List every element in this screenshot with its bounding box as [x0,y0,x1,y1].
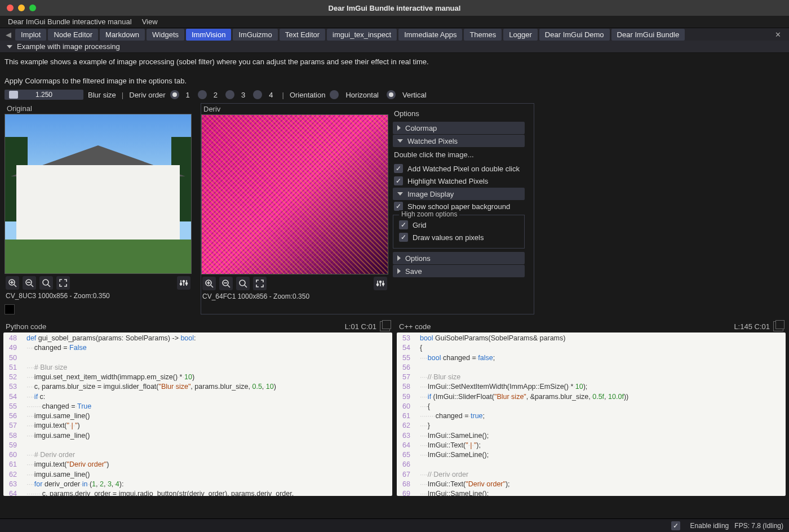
tabbar: ◀ Implot Node Editor Markdown Widgets Im… [0,28,789,41]
svg-line-23 [245,285,247,287]
window-title: Dear ImGui Bundle interactive manual [329,4,461,12]
deriv-image-panel: Deriv CV_64FC1 1000x856 - Zoom:0.350 Opt… [201,103,534,314]
cursor-pos: L:145 C:01 [734,322,770,331]
zoom-reset-icon[interactable] [236,277,250,290]
checkbox-add-watched[interactable] [394,164,403,173]
options-panel: Options Colormap Watched Pixels Double c… [388,104,529,309]
image-display-section[interactable]: Image Display [393,188,525,200]
options-header: Options [393,106,525,121]
image-title: Original [5,103,192,114]
cpp-code-header: C++ code [399,322,431,331]
python-code-editor[interactable]: 48 def·gui_sobel_params(params:·SobelPar… [3,333,392,496]
cursor-pos: L:01 C:01 [345,322,376,331]
high-zoom-fieldset: High zoom options Grid Draw values on pi… [393,215,525,249]
svg-point-7 [43,280,48,285]
tab-node-editor[interactable]: Node Editor [48,29,98,41]
tab-themes[interactable]: Themes [464,29,502,41]
menu-item[interactable]: Dear ImGui Bundle interactive manual [8,17,132,26]
tab-scroll-icon[interactable]: ◀ [3,28,14,41]
fps-label: FPS: 7.8 (Idling) [734,522,783,530]
status-bar: Enable idling FPS: 7.8 (Idling) [0,518,789,532]
tab-close-icon[interactable]: ✕ [770,28,786,41]
cpp-code-editor[interactable]: 53 bool·GuiSobelParams(SobelParams&·para… [397,333,786,496]
deriv-image[interactable] [201,114,388,274]
separator: | [281,91,285,99]
zoom-in-icon[interactable] [202,277,216,290]
tab-widgets[interactable]: Widgets [147,29,184,41]
checkbox-paper-bg[interactable] [394,202,403,211]
original-image[interactable] [5,114,192,274]
zoom-reset-icon[interactable] [39,276,53,290]
settings-sliders-icon[interactable] [177,276,190,290]
max-dot[interactable] [29,5,36,11]
tab-imguizmo[interactable]: ImGuizmo [233,29,277,41]
idling-label: Enable idling [690,522,729,530]
radio-horizontal[interactable] [330,90,339,99]
tab-text-editor[interactable]: Text Editor [280,29,325,41]
zoom-out-icon[interactable] [23,276,36,290]
save-section[interactable]: Save [393,265,525,277]
checkbox-enable-idling[interactable] [671,521,680,530]
close-dot[interactable] [7,5,14,11]
tab-immediate-apps[interactable]: Immediate Apps [398,29,462,41]
svg-line-8 [48,285,50,287]
color-swatch[interactable] [5,304,15,314]
python-code-header: Python code [6,322,46,331]
colormap-section[interactable]: Colormap [393,122,525,134]
window-controls[interactable] [0,5,36,11]
tab-logger[interactable]: Logger [503,29,537,41]
tab-demo[interactable]: Dear ImGui Demo [539,29,610,41]
radio-1[interactable] [170,90,179,99]
tab-tex-inspect[interactable]: imgui_tex_inspect [327,29,397,41]
chevron-right-icon [397,268,401,274]
fieldset-legend: High zoom options [399,210,459,218]
checkbox-pixel-values[interactable] [399,233,408,242]
chevron-down-icon [7,45,12,48]
checkbox-grid[interactable] [399,220,408,229]
image-title: Deriv [201,104,388,114]
description: This example shows a example of image pr… [5,56,784,68]
options-section[interactable]: Options [393,252,525,264]
chevron-down-icon [397,192,403,196]
zoom-in-icon[interactable] [6,276,19,290]
blur-size-slider[interactable]: 1.250 [5,90,83,100]
svg-point-22 [240,280,245,286]
svg-point-29 [383,283,384,285]
min-dot[interactable] [18,5,25,11]
tab-implot[interactable]: Implot [15,29,46,41]
svg-point-13 [183,281,185,282]
fullscreen-icon[interactable] [56,276,70,290]
svg-line-1 [14,285,16,287]
chevron-right-icon [397,255,401,261]
slider-value: 1.250 [5,91,83,99]
radio-4[interactable] [253,90,262,99]
radio-3[interactable] [225,90,234,99]
tab-markdown[interactable]: Markdown [100,29,145,41]
fullscreen-icon[interactable] [253,277,267,290]
settings-sliders-icon[interactable] [374,277,387,290]
image-info: CV_8UC3 1000x856 - Zoom:0.350 [5,290,192,302]
original-image-panel: Original CV_8UC3 1000x856 - Zoom:0.350 [5,103,192,314]
svg-point-12 [180,283,182,285]
watched-section[interactable]: Watched Pixels [393,135,525,147]
menubar: Dear ImGui Bundle interactive manual Vie… [0,16,789,28]
tab-immvision[interactable]: ImmVision [186,29,231,41]
copy-icon[interactable] [773,321,783,331]
slider-label: Blur size [88,91,116,99]
controls-row: 1.250 Blur size | Deriv order 1 2 3 4 | … [5,90,784,100]
checkbox-highlight[interactable] [394,176,403,185]
svg-line-16 [211,285,213,287]
separator: | [121,91,125,99]
section-header[interactable]: Example with image processing [0,41,789,53]
menu-item[interactable]: View [142,17,158,26]
radio-2[interactable] [198,90,207,99]
orientation-label: Orientation [290,91,326,99]
titlebar: Dear ImGui Bundle interactive manual [0,0,789,16]
zoom-out-icon[interactable] [219,277,233,290]
chevron-down-icon [397,139,403,143]
tab-bundle[interactable]: Dear ImGui Bundle [611,29,685,41]
image-info: CV_64FC1 1000x856 - Zoom:0.350 [201,290,388,303]
svg-point-14 [186,283,188,285]
copy-icon[interactable] [380,321,390,331]
radio-vertical[interactable] [387,90,396,99]
